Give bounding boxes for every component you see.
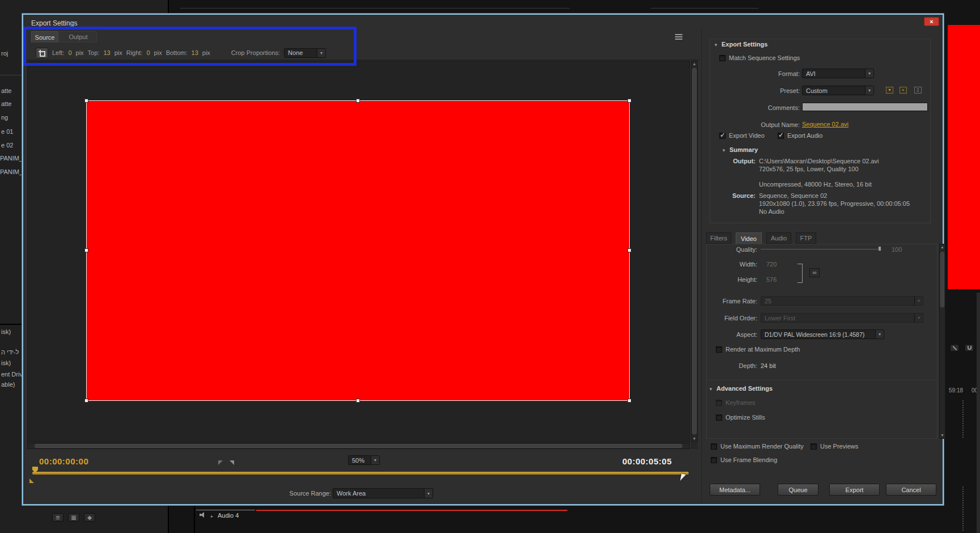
tab-ftp[interactable]: FTP	[796, 232, 816, 244]
media-item[interactable]: isk)	[1, 328, 11, 335]
scroll-down-icon[interactable]: ▼	[691, 436, 697, 442]
crop-handle[interactable]	[84, 248, 88, 252]
advanced-settings-header[interactable]: Advanced Settings	[716, 385, 773, 392]
link-dimensions-icon[interactable]: ∞	[809, 268, 820, 277]
width-value[interactable]: 720	[766, 261, 777, 268]
project-item[interactable]: e 01	[1, 128, 13, 135]
set-in-point-icon[interactable]	[218, 460, 223, 465]
dialog-titlebar[interactable]	[23, 15, 943, 28]
timeline-scrollbar[interactable]	[977, 293, 980, 533]
format-dropdown[interactable]: AVI ▾	[802, 69, 874, 78]
tab-filters[interactable]: Filters	[706, 232, 731, 244]
crop-handle[interactable]	[356, 399, 360, 403]
tab-source[interactable]: Source	[31, 31, 58, 43]
crop-handle[interactable]	[627, 399, 631, 403]
use-previews-checkbox[interactable]	[811, 443, 817, 450]
quality-value[interactable]: 100	[892, 246, 902, 253]
dimension-link-bracket	[797, 264, 803, 283]
match-sequence-checkbox[interactable]	[719, 55, 726, 61]
media-item[interactable]: ל-ידי ה	[1, 349, 19, 356]
tab-output[interactable]: Output	[60, 31, 97, 43]
snap-icon[interactable]	[965, 344, 974, 352]
export-settings-header[interactable]: Export Settings	[722, 41, 767, 48]
export-audio-checkbox[interactable]: ✓	[778, 133, 784, 139]
source-preview-area	[27, 61, 690, 442]
crop-tool-button[interactable]	[36, 48, 48, 58]
queue-button[interactable]: Queue	[778, 484, 818, 496]
work-area-bar[interactable]	[32, 472, 689, 475]
metadata-button[interactable]: Metadata...	[710, 484, 760, 496]
media-item[interactable]: ent Driv	[1, 371, 23, 378]
current-timecode[interactable]: 00:00:00:00	[39, 456, 88, 466]
tab-video[interactable]: Video	[736, 232, 762, 244]
use-max-render-quality-checkbox[interactable]	[711, 443, 717, 450]
collapse-triangle-icon[interactable]: ▼	[709, 387, 713, 392]
set-out-point-icon[interactable]	[230, 460, 234, 465]
import-preset-icon[interactable]: ▪	[900, 87, 907, 94]
crop-proportions-dropdown[interactable]: None ▾	[284, 48, 326, 58]
track-disclosure-icon[interactable]: ▸	[211, 514, 213, 519]
project-item[interactable]: atte	[1, 87, 11, 94]
panel-menu-icon[interactable]	[675, 34, 682, 40]
quality-label: Quality:	[706, 246, 757, 253]
tab-audio[interactable]: Audio	[766, 232, 791, 244]
aspect-dropdown[interactable]: D1/DV PAL Widescreen 16:9 (1.4587) ▾	[761, 329, 884, 339]
crop-handle[interactable]	[84, 99, 88, 103]
timeline-red-clip[interactable]	[948, 25, 980, 289]
crop-handle[interactable]	[627, 99, 631, 103]
preview-vertical-scrollbar[interactable]: ▲ ▼	[691, 61, 698, 442]
collapse-triangle-icon[interactable]: ▼	[714, 43, 718, 48]
scrollbar-thumb[interactable]	[35, 444, 682, 448]
project-item[interactable]: ng	[1, 114, 8, 121]
quality-slider[interactable]	[761, 249, 880, 249]
height-value[interactable]: 576	[766, 276, 777, 283]
crop-preview-rect[interactable]	[86, 100, 630, 401]
crop-bottom-value[interactable]: 13	[192, 49, 198, 56]
render-max-depth-checkbox[interactable]	[716, 346, 722, 353]
save-preset-icon[interactable]: ▾	[886, 87, 893, 94]
project-item[interactable]: e 02	[1, 142, 13, 149]
preset-dropdown[interactable]: Custom ▾	[802, 86, 874, 95]
quality-slider-handle[interactable]	[878, 246, 881, 251]
scrollbar-thumb[interactable]	[940, 252, 944, 307]
collapse-triangle-icon[interactable]: ▼	[722, 148, 726, 153]
cancel-button[interactable]: Cancel	[886, 484, 936, 496]
scroll-up-icon[interactable]: ▲	[691, 61, 697, 67]
list-view-button[interactable]: ≣	[52, 513, 63, 522]
scrollbar-thumb[interactable]	[692, 68, 697, 434]
project-item[interactable]: PANIM_I	[0, 155, 24, 162]
crop-right-value[interactable]: 0	[146, 49, 150, 56]
video-options-panel	[706, 244, 937, 439]
comments-input[interactable]	[802, 103, 928, 111]
scroll-down-icon[interactable]: ▼	[940, 433, 945, 438]
delete-preset-icon[interactable]: ▯	[914, 87, 922, 94]
export-video-checkbox[interactable]: ✓	[719, 133, 726, 139]
export-button[interactable]: Export	[829, 484, 880, 496]
project-item[interactable]: atte	[1, 100, 11, 107]
crop-handle[interactable]	[356, 99, 360, 103]
scroll-up-icon[interactable]: ▲	[940, 244, 945, 250]
crop-left-value[interactable]: 0	[68, 49, 71, 56]
crop-handle[interactable]	[84, 399, 88, 403]
close-button[interactable]: ×	[924, 17, 939, 26]
media-item[interactable]: isk)	[1, 359, 11, 366]
icon-view-button[interactable]: ▦	[68, 513, 79, 522]
automate-button[interactable]: ◆	[84, 513, 95, 522]
summary-header[interactable]: Summary	[729, 146, 758, 153]
speaker-icon[interactable]	[200, 512, 206, 518]
use-frame-blending-checkbox[interactable]	[711, 457, 717, 463]
source-range-dropdown[interactable]: Work Area ▾	[333, 488, 433, 498]
optimize-stills-checkbox[interactable]	[716, 414, 722, 421]
wrench-icon[interactable]	[950, 344, 959, 352]
work-area-start-handle[interactable]	[29, 479, 34, 483]
options-vertical-scrollbar[interactable]: ▲ ▼	[939, 244, 945, 439]
zoom-level-dropdown[interactable]: 50% ▾	[348, 455, 380, 465]
project-item[interactable]: roj	[1, 50, 8, 57]
media-item[interactable]: able)	[1, 381, 15, 388]
project-item[interactable]: PANIM_I	[0, 168, 24, 175]
crop-right-label: Right:	[126, 49, 143, 56]
preview-horizontal-scrollbar[interactable]	[27, 443, 690, 449]
crop-handle[interactable]	[627, 248, 631, 252]
output-name-link[interactable]: Sequence 02.avi	[802, 121, 849, 128]
crop-top-value[interactable]: 13	[103, 49, 110, 56]
